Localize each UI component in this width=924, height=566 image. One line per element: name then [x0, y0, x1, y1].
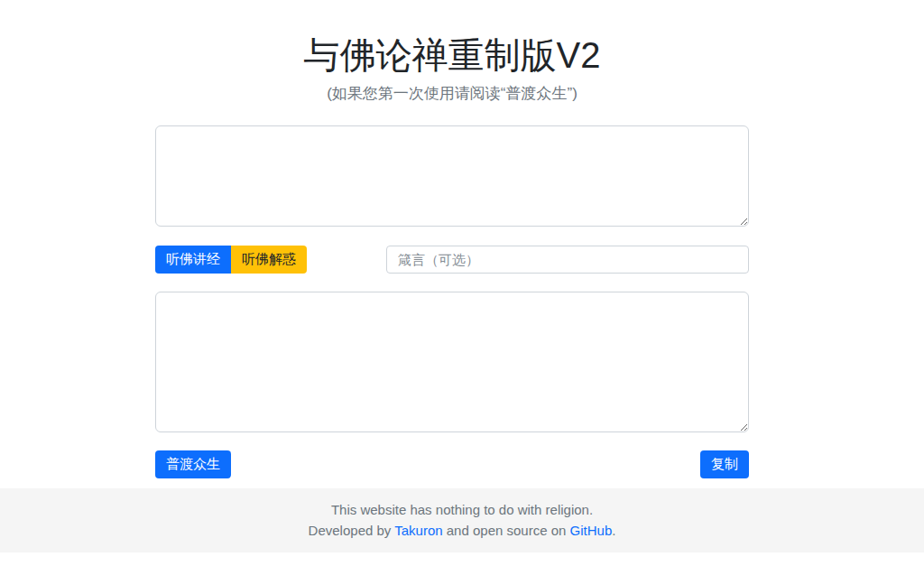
main-container: 与佛论禅重制版V2 (如果您第一次使用请阅读“普渡众生”) 听佛讲经 听佛解惑 … — [155, 34, 749, 478]
mode-row: 听佛讲经 听佛解惑 — [155, 246, 749, 274]
footer-credit-suffix: . — [612, 523, 615, 538]
decode-button[interactable]: 听佛讲经 — [155, 246, 231, 274]
github-link[interactable]: GitHub — [570, 523, 613, 538]
result-text-output[interactable] — [155, 292, 749, 432]
footer-disclaimer: This website has nothing to do with reli… — [0, 499, 924, 520]
mode-button-group: 听佛讲经 听佛解惑 — [155, 246, 307, 274]
footer-credit-prefix: Developed by — [309, 523, 395, 538]
page-title: 与佛论禅重制版V2 — [155, 34, 749, 76]
footer-credit: Developed by Takuron and open source on … — [0, 520, 924, 541]
source-text-input[interactable] — [155, 125, 749, 227]
copy-button[interactable]: 复制 — [700, 450, 749, 478]
author-link[interactable]: Takuron — [394, 523, 442, 538]
action-row: 普渡众生 复制 — [155, 450, 749, 478]
explain-button[interactable]: 听佛解惑 — [231, 246, 307, 274]
page-subtitle: (如果您第一次使用请阅读“普渡众生”) — [155, 83, 749, 104]
page-footer: This website has nothing to do with reli… — [0, 488, 924, 553]
motto-input[interactable] — [386, 246, 749, 274]
footer-credit-middle: and open source on — [443, 523, 570, 538]
encode-button[interactable]: 普渡众生 — [155, 450, 231, 478]
